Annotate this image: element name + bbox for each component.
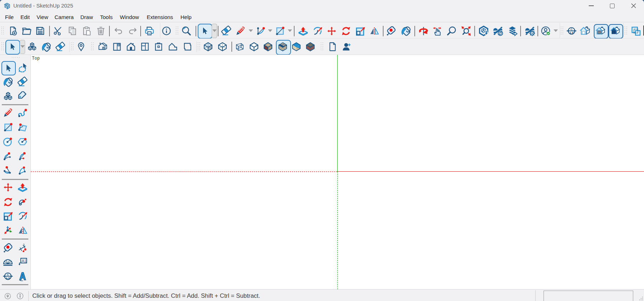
svg-text:C: C (570, 28, 573, 31)
svg-text:A1: A1 (22, 259, 27, 263)
svg-text:A-B: A-B (569, 32, 574, 34)
svg-text:A-B: A-B (6, 277, 10, 279)
svg-text:C: C (7, 273, 9, 276)
